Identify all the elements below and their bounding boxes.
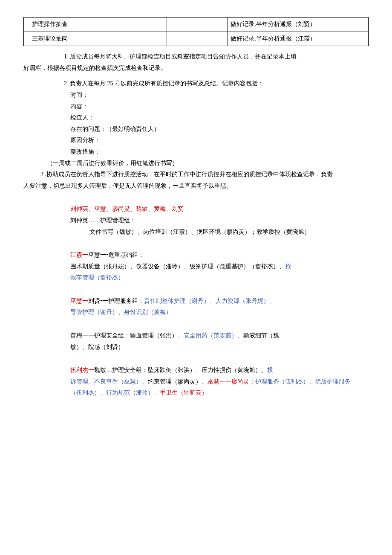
- group-critical: 江霞一巫慧一•危重基础组：: [23, 250, 369, 261]
- cell-r1c1: 护理操作抽查: [24, 17, 76, 32]
- cell-r2c3: [167, 32, 228, 46]
- name-jiangxia: 江霞一: [70, 252, 88, 258]
- paragraph-1b: 好眉栏，根据各项目规定的检查频次完成检查和记录。: [23, 63, 369, 74]
- group-service-header: 刘贤•一护理服务组：: [88, 298, 144, 304]
- text-behavior: （伍利杰）、行为规范（潘玲）、: [70, 389, 160, 396]
- text-complaint-a: 投: [267, 367, 273, 373]
- group-safety-2: 伍利杰一魏敏…护理安全组：坠床跌倒（张洪）、压力性损伤（黄晓旭）、投: [23, 365, 369, 376]
- group-critical-header: 巫慧一•危重基础组：: [88, 252, 144, 258]
- text-infusion: 、输液细节（魏: [237, 332, 279, 339]
- text-safe-med: 安全用药（范雯茜）: [184, 332, 237, 339]
- cell-r2c2: [76, 32, 167, 46]
- group-safety2-line2: 诉管理、不良事件（巫慧）、约束管理（廖尚灵）、巫慧一一廖尚灵：护理服务（伍利杰）…: [23, 376, 369, 388]
- name-wuhui: 巫慧一: [70, 298, 88, 304]
- cell-r1c2: [76, 17, 167, 32]
- list-item-reason: 原因分析：: [23, 135, 369, 146]
- table-row: 三基理论抽问 做好记录,半年分析通报（江霞）: [24, 32, 369, 46]
- group-mgmt-detail: 文件书写（魏敏）、岗位培训（江霞）、病区环境（廖尚灵）；教学质控（黄晓旭）: [23, 227, 369, 238]
- group-mgmt-header: 刘仲英……护理管理组：: [23, 215, 369, 227]
- list-item-inspector: 检查人：: [23, 112, 369, 124]
- data-table: 护理操作抽查 做好记录,半年分析通报（刘贤） 三基理论抽问 做好记录,半年分析通…: [23, 17, 369, 46]
- text-rescue-a: 抢: [285, 263, 291, 270]
- group-safety2-line3: （伍利杰）、行为规范（潘玲）、手卫生（钟旷云）: [23, 387, 369, 399]
- group-safety-detail: 敏）、院感（刘贤）: [23, 342, 369, 353]
- paragraph-2: 2 .负责人在每月 25 号以前完成所有质控记录的书写及总结。记录内容包括：: [23, 78, 369, 90]
- cell-r2c4: 做好记录,半年分析通报（江霞）: [228, 32, 369, 46]
- group-service-items: 责任制整体护理（谢丹）、人力资源（张丹妮）、: [144, 298, 275, 304]
- list-item-content: 内容：: [23, 101, 369, 113]
- text-hand-hygiene: 手卫生（钟旷云）: [160, 389, 208, 396]
- cell-r1c4: 做好记录,半年分析通报（刘贤）: [228, 17, 369, 32]
- paragraph-3: （一周或二周后进行效果评价，用红笔进行书写）: [23, 158, 369, 169]
- name-wulijie: 伍利杰一: [70, 367, 94, 373]
- paragraph-4b: 人要注意，切忌出现多人管理后，便是无人管理的现象，一旦查实将予以重惩。: [23, 180, 369, 192]
- group-safety-header: 黄梅一一护理安全组：输血管理（张洪）、: [70, 332, 184, 339]
- name-wuhui-liao: 巫慧一一廖尚灵：: [208, 378, 255, 385]
- paragraph-1a: 1 .质控成员每月将大科、护理部检查项目或科室指定项目告知协作人员，并在记录本上…: [23, 51, 369, 63]
- group-service-detail: 导管护理（谢丹）、身份识别（黄梅）: [23, 307, 369, 318]
- group-critical-detail-1: 围术期质量（张丹妮）、仪器设备（潘玲）、级别护理（危重基护）（詹裕杰）、抢: [23, 261, 369, 273]
- group-header: 刘仲英、巫慧、廖尚灵、魏敏、黄梅、刘贤: [23, 203, 369, 215]
- text-complaint-b: 诉管理、不良事件（巫慧）、: [70, 378, 148, 385]
- paragraph-4a: 3 .协助成员在负责人指导下进行质控活动，在平时的工作中进行质控并在相应的质控记…: [23, 169, 369, 180]
- list-item-action: 整改措施：: [23, 146, 369, 158]
- group-critical-detail-2: 救车管理（詹裕杰）: [23, 272, 369, 284]
- list-item-time: 时间：: [23, 90, 369, 101]
- group-safety-1: 黄梅一一护理安全组：输血管理（张洪）、安全用药（范雯茜）、输液细节（魏: [23, 330, 369, 342]
- group-safety2-header: 魏敏…护理安全组：坠床跌倒（张洪）、压力性损伤（黄晓旭）、: [94, 367, 267, 373]
- table-row: 护理操作抽查 做好记录,半年分析通报（刘贤）: [24, 17, 369, 32]
- cell-r1c3: [167, 17, 228, 32]
- text-restraint: 约束管理（廖尚灵）、: [148, 378, 208, 385]
- names-list-red: 刘仲英、巫慧、廖尚灵、魏敏、黄梅、刘贤: [70, 206, 184, 212]
- text-periop: 围术期质量（张丹妮）、仪器设备（潘玲）、级别护理（危重基护）（詹裕杰）、: [70, 263, 285, 270]
- cell-r2c1: 三基理论抽问: [24, 32, 76, 46]
- list-item-problem: 存在的问题：（最好明确责任人）: [23, 124, 369, 135]
- group-service: 巫慧一刘贤•一护理服务组：责任制整体护理（谢丹）、人力资源（张丹妮）、: [23, 296, 369, 307]
- text-nursing-service: 护理服务（伍利杰）、优质护理服务: [255, 378, 351, 385]
